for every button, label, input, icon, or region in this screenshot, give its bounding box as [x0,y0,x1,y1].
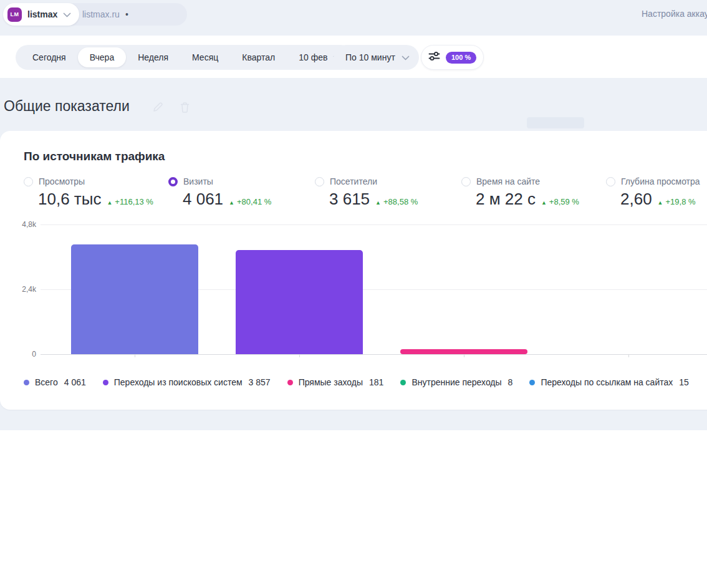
metric-label: Визиты [183,176,213,186]
metric-value-row: 10,6 тыс ▲ +116,13 % [38,190,153,209]
legend-dot-icon [529,380,535,385]
site-tab-label: listmax.ru [82,9,120,19]
metric-value-row: 4 061 ▲ +80,41 % [183,190,271,209]
metric-head: Визиты [168,176,271,186]
metric-tab[interactable]: Визиты 4 061 ▲ +80,41 % [168,176,271,209]
metric-value: 4 061 [183,190,223,209]
metric-tab[interactable]: Глубина просмотра 2,60 ▲ +19,8 % [606,176,700,209]
legend-item[interactable]: Переходы из поисковых систем 3 857 [103,377,271,387]
x-axis-tick [628,355,629,357]
period-tab[interactable]: Месяц [180,47,230,67]
date-dropdown-label: 10 фев [299,47,327,67]
up-arrow-icon: ▲ [541,200,547,206]
legend-item[interactable]: Прямые заходы 181 [287,377,384,387]
metric-value: 2 м 22 с [476,190,536,209]
metric-delta-text: +19,8 % [666,197,696,206]
account-switcher[interactable]: LM listmax [3,3,79,26]
metric-radio[interactable] [461,177,471,186]
metric-tab[interactable]: Посетители 3 615 ▲ +88,58 % [315,176,418,209]
edit-title-icon[interactable] [152,102,163,115]
site-tab-listmax-ru[interactable]: listmax.ru • [62,3,187,26]
period-tab[interactable]: Квартал [230,47,287,67]
period-tab[interactable]: Сегодня [21,47,78,67]
delete-title-icon[interactable] [180,102,190,115]
legend-dot-icon [103,380,108,385]
metric-head: Время на сайте [461,176,579,186]
account-settings-link[interactable]: Настройка аккаунта [642,9,707,19]
legend-value: 4 061 [64,377,86,387]
metric-delta-text: +8,59 % [549,197,579,206]
metric-value-row: 2 м 22 с ▲ +8,59 % [476,190,579,209]
legend-label: Прямые заходы [299,377,363,387]
metric-tab[interactable]: Просмотры 10,6 тыс ▲ +116,13 % [24,176,153,209]
legend-value: 15 [679,377,689,387]
metric-delta: ▲ +88,58 % [375,197,418,206]
metric-delta-text: +116,13 % [115,197,153,206]
account-logo: LM [7,7,22,22]
chart-bar [400,349,527,354]
traffic-sources-card: По источникам трафика Просмотры 10,6 тыс… [0,131,707,410]
period-tab-label: Неделя [138,52,168,62]
chevron-down-icon [402,52,410,62]
chart-legend: Всего 4 061 Переходы из поисковых систем… [24,377,689,387]
up-arrow-icon: ▲ [375,200,381,206]
metric-delta-text: +88,58 % [383,197,418,206]
gridline [41,354,707,355]
chart-bar [236,250,363,354]
metric-value-row: 3 615 ▲ +88,58 % [329,190,418,209]
period-tab[interactable]: Вчера [78,47,127,67]
up-arrow-icon: ▲ [658,200,663,206]
metric-value: 10,6 тыс [38,190,101,209]
up-arrow-icon: ▲ [229,200,234,206]
x-axis-tick [135,355,135,357]
site-tab-dot: • [125,9,128,19]
period-tabs: Сегодня Вчера Неделя Месяц Квартал [21,47,287,67]
metric-delta-text: +80,41 % [237,197,271,206]
legend-item[interactable]: Переходы по ссылкам на сайтах 15 [529,377,688,387]
sampling-badge: 100 % [446,52,476,64]
metric-value: 3 615 [329,190,370,209]
ghost-element [527,117,584,128]
metric-radio[interactable] [168,177,178,186]
legend-dot-icon [287,380,293,385]
period-tab-label: Месяц [192,52,218,62]
period-tab-label: Квартал [242,52,275,62]
metric-delta: ▲ +19,8 % [658,197,696,206]
legend-dot-icon [24,380,29,385]
legend-label: Внутренние переходы [411,377,501,387]
page-title: Общие показатели [4,98,130,115]
sliders-icon [428,51,440,64]
metric-delta: ▲ +8,59 % [541,197,579,206]
metric-value-row: 2,60 ▲ +19,8 % [620,190,700,209]
legend-label: Переходы по ссылкам на сайтах [541,377,673,387]
period-tab-label: Вчера [90,52,115,62]
legend-item[interactable]: Внутренние переходы 8 [400,377,512,387]
y-axis-label: 0 [0,350,36,359]
metric-value: 2,60 [620,190,652,209]
metric-head: Посетители [315,176,418,186]
legend-value: 3 857 [249,377,271,387]
sampling-control[interactable]: 100 % [421,45,484,70]
chevron-down-icon [63,9,71,20]
metric-radio[interactable] [606,177,615,186]
metric-delta: ▲ +116,13 % [107,197,153,206]
y-axis-label: 4,8k [0,220,36,229]
x-axis-tick [464,355,464,357]
metric-radio[interactable] [315,177,324,186]
y-axis-label: 2,4k [0,285,36,294]
granularity-dropdown[interactable]: По 10 минут [334,45,419,70]
period-tab[interactable]: Неделя [126,47,180,67]
metric-tab[interactable]: Время на сайте 2 м 22 с ▲ +8,59 % [461,176,579,209]
metric-radio[interactable] [24,177,33,186]
granularity-label: По 10 минут [345,52,395,62]
chart-bar [71,244,198,354]
period-segmented-control: Сегодня Вчера Неделя Месяц Квартал 10 фе… [16,45,354,70]
legend-value: 8 [508,377,513,387]
up-arrow-icon: ▲ [107,200,112,206]
chart-bars [41,224,707,354]
metric-head: Просмотры [24,176,153,186]
metric-label: Просмотры [39,176,85,186]
metric-delta: ▲ +80,41 % [229,197,271,206]
legend-dot-icon [400,380,406,385]
legend-item[interactable]: Всего 4 061 [24,377,86,387]
